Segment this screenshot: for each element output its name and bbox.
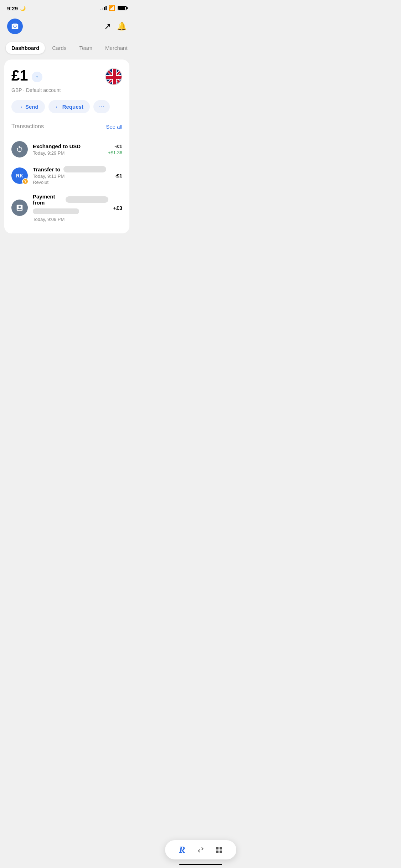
tab-team[interactable]: Team [73,42,98,54]
chevron-down-icon [35,74,40,79]
transaction-date: Today, 9:29 PM [33,150,103,156]
redacted-detail [33,208,79,214]
tab-cards[interactable]: Cards [46,42,72,54]
transactions-header: Transactions See all [11,123,122,130]
amount-sub: +$1.36 [108,150,122,155]
transaction-name: Payment from [33,193,108,206]
balance-subtitle: GBP · Default account [11,87,122,93]
transaction-details: Payment from Today, 9:09 PM [33,193,108,222]
transaction-item[interactable]: Exchanged to USD Today, 9:29 PM -£1 +$1.… [11,137,122,162]
redacted-name [63,166,106,172]
question-badge: ? [22,178,29,185]
moon-icon: 🌙 [20,6,26,11]
transactions-title: Transactions [11,123,44,130]
payment-icon [11,200,28,216]
camera-icon [11,22,19,30]
amount-main: -£1 [114,172,122,179]
request-button[interactable]: ← Request [48,100,90,113]
exchange-icon [11,141,28,157]
trend-icon[interactable]: ↗ [104,21,111,31]
transaction-sub: Revolut [33,180,109,185]
tab-merchant[interactable]: Merchant [99,42,133,54]
status-bar: 9:29 🌙 📶 [0,0,134,14]
transaction-amount: -£1 +$1.36 [108,143,122,155]
camera-button[interactable] [7,19,23,34]
see-all-button[interactable]: See all [106,124,122,130]
transfer-initials: RK [16,173,23,179]
more-button[interactable]: ··· [93,100,110,113]
transaction-amount: -£1 [114,172,122,179]
transaction-details: Transfer to Today, 9:11 PM Revolut [33,166,109,185]
transaction-amount: +£3 [113,205,122,211]
transfer-icon: RK ? [11,167,28,184]
transaction-date: Today, 9:09 PM [33,217,108,222]
battery-icon [118,6,127,10]
balance-left: £1 [11,68,42,83]
transaction-date: Today, 9:11 PM [33,174,109,179]
transaction-name: Exchanged to USD [33,143,103,149]
main-card: £1 GBP · Default account → Sen [4,60,129,233]
send-button[interactable]: → Send [11,100,45,113]
wifi-icon: 📶 [109,5,115,11]
header: ↗ 🔔 [0,14,134,40]
transaction-item[interactable]: RK ? Transfer to Today, 9:11 PM Revolut … [11,162,122,189]
redacted-name [66,196,108,203]
amount-main: +£3 [113,205,122,211]
tab-dashboard[interactable]: Dashboard [6,42,45,54]
signal-icon [100,6,107,10]
uk-flag-icon [105,68,122,85]
amount-main: -£1 [108,143,122,149]
transaction-name: Transfer to [33,166,109,172]
transaction-item[interactable]: Payment from Today, 9:09 PM +£3 [11,189,122,226]
header-right: ↗ 🔔 [104,21,127,31]
transaction-details: Exchanged to USD Today, 9:29 PM [33,143,103,156]
status-time: 9:29 [7,5,18,11]
bell-icon[interactable]: 🔔 [117,22,127,31]
currency-dropdown-button[interactable] [32,72,42,82]
status-icons: 📶 [100,5,127,11]
balance-section: £1 [11,68,122,85]
action-buttons: → Send ← Request ··· [11,100,122,113]
tab-bar: Dashboard Cards Team Merchant [0,40,134,60]
balance-amount: £1 [11,68,28,83]
